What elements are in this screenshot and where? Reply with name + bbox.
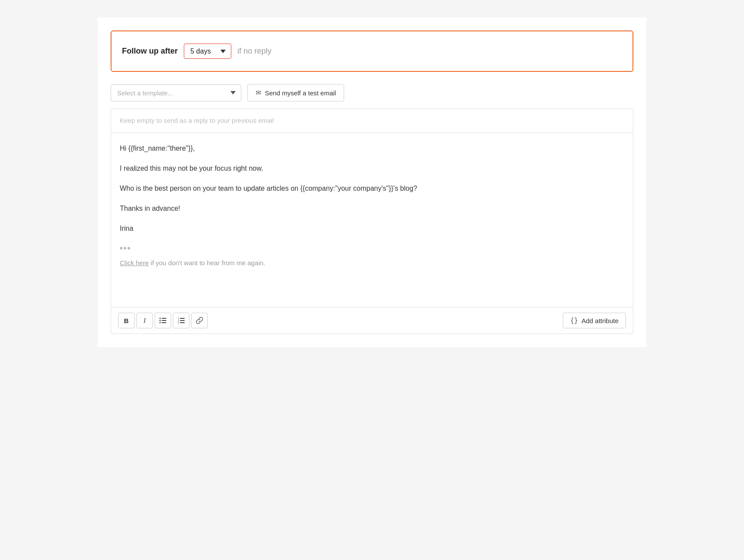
- if-no-reply-label: if no reply: [237, 47, 271, 56]
- unordered-list-icon: [159, 317, 166, 324]
- toolbar-row: Select a template... ✉ Send myself a tes…: [111, 84, 633, 101]
- svg-rect-3: [162, 320, 166, 321]
- body-signature: Irina: [120, 223, 624, 234]
- svg-point-4: [159, 322, 161, 324]
- svg-point-0: [159, 318, 161, 319]
- body-line-1: I realized this may not be your focus ri…: [120, 163, 624, 174]
- unsubscribe-line: Click here if you don't want to hear fro…: [120, 259, 624, 267]
- link-icon: [196, 317, 203, 324]
- email-editor: Keep empty to send as a reply to your pr…: [111, 108, 633, 334]
- curly-braces-icon: {}: [570, 317, 578, 324]
- follow-up-row: Follow up after 1 day 2 days 3 days 4 da…: [111, 30, 633, 72]
- ellipsis-block: [120, 247, 130, 250]
- test-email-label: Send myself a test email: [265, 89, 336, 97]
- body-greeting: Hi {{first_name:"there"}},: [120, 143, 624, 154]
- ordered-list-icon: 1. 2. 3.: [178, 317, 185, 324]
- unsubscribe-link[interactable]: Click here: [120, 259, 149, 267]
- add-attribute-label: Add attribute: [582, 317, 619, 324]
- envelope-icon: ✉: [256, 89, 261, 97]
- bold-button[interactable]: B: [118, 313, 135, 328]
- template-select[interactable]: Select a template...: [111, 84, 241, 101]
- format-toolbar: B I 1. 2.: [111, 307, 633, 334]
- italic-button[interactable]: I: [136, 313, 153, 328]
- unordered-list-button[interactable]: [155, 313, 171, 328]
- format-buttons: B I 1. 2.: [118, 313, 208, 328]
- dot-2: [124, 247, 126, 250]
- svg-rect-5: [162, 322, 166, 323]
- days-select[interactable]: 1 day 2 days 3 days 4 days 5 days 7 days…: [184, 44, 231, 59]
- dot-1: [120, 247, 122, 250]
- test-email-button[interactable]: ✉ Send myself a test email: [247, 84, 344, 101]
- link-button[interactable]: [191, 313, 208, 328]
- subject-area[interactable]: Keep empty to send as a reply to your pr…: [111, 109, 633, 133]
- dot-3: [128, 247, 130, 250]
- add-attribute-button[interactable]: {} Add attribute: [563, 313, 626, 328]
- svg-point-2: [159, 320, 161, 321]
- body-line-2: Who is the best person on your team to u…: [120, 183, 624, 194]
- unsubscribe-text: if you don't want to hear from me again.: [151, 259, 265, 267]
- svg-rect-1: [162, 318, 166, 319]
- svg-rect-11: [180, 322, 185, 323]
- follow-up-label: Follow up after: [122, 47, 178, 56]
- body-thanks: Thanks in advance!: [120, 203, 624, 214]
- body-area[interactable]: Hi {{first_name:"there"}}, I realized th…: [111, 133, 633, 307]
- subject-placeholder: Keep empty to send as a reply to your pr…: [120, 117, 274, 124]
- svg-rect-7: [180, 318, 185, 319]
- page-container: Follow up after 1 day 2 days 3 days 4 da…: [98, 17, 646, 347]
- ordered-list-button[interactable]: 1. 2. 3.: [173, 313, 189, 328]
- svg-rect-9: [180, 320, 185, 321]
- svg-text:3.: 3.: [178, 321, 179, 324]
